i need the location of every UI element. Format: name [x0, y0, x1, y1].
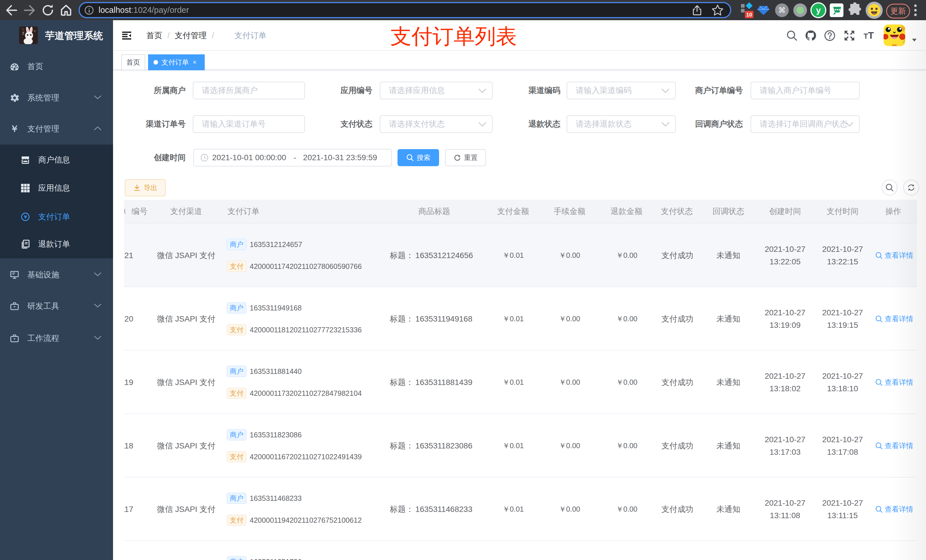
- svg-text:10: 10: [746, 12, 752, 18]
- svg-text:⌘: ⌘: [778, 6, 785, 15]
- svg-text:￥: ￥: [23, 214, 28, 220]
- svg-text:y: y: [816, 5, 821, 15]
